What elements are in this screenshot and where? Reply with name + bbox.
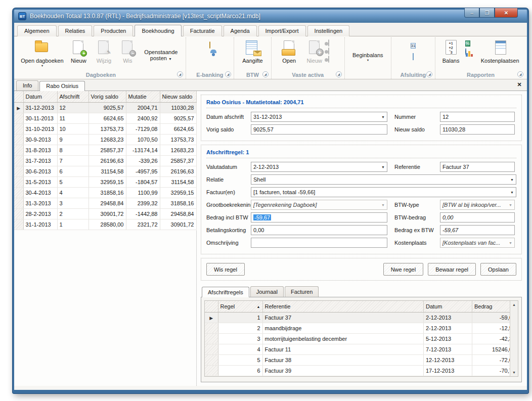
tab-info[interactable]: Info xyxy=(16,80,38,91)
ribbon-tab-agenda[interactable]: Agenda xyxy=(224,25,257,36)
dialog-launcher-icon[interactable]: ◢ xyxy=(225,71,231,77)
maximize-button[interactable]: ❐ xyxy=(479,8,495,18)
section-title: Afschriftregel: 1 xyxy=(206,148,516,158)
vaste-activa-open-button[interactable]: Open xyxy=(277,38,302,64)
column-header-vorig-saldo[interactable]: Vorig saldo xyxy=(88,91,126,102)
cell: 30-4-2013 xyxy=(23,187,57,198)
asset-small-button-3[interactable] xyxy=(327,55,339,63)
nwe-regel-button[interactable]: Nwe regel xyxy=(383,263,424,276)
bewaar-regel-button[interactable]: Bewaar regel xyxy=(428,263,476,276)
chevron-down-icon: ▼ xyxy=(508,191,514,194)
statement-row[interactable]: 30-4-2013431858,161100,9932959,15 xyxy=(14,187,196,198)
close-button[interactable]: ✕ xyxy=(495,8,518,18)
afsluiting-calendar-button[interactable]: 31 xyxy=(410,41,417,50)
ribbon-tab-relaties[interactable]: Relaties xyxy=(58,25,93,36)
nieuw-saldo-field[interactable]: 11030,28 xyxy=(440,124,515,135)
nummer-field[interactable]: 12 xyxy=(440,112,515,122)
line-row[interactable]: 5Factuur 3812-12-2013-72,00 xyxy=(205,354,518,365)
btw-type-combobox[interactable]: [BTW al bij inkoop/ver...▼ xyxy=(440,200,515,210)
tab-journaal[interactable]: Journaal xyxy=(250,286,284,297)
relatie-combobox[interactable]: Shell▼ xyxy=(251,174,516,185)
tab-facturen[interactable]: Facturen xyxy=(285,286,319,297)
datum-afschrift-combobox[interactable]: 31-12-2013▼ xyxy=(251,112,387,122)
wis-regel-button[interactable]: Wis regel xyxy=(206,263,245,276)
openstaande-posten-button[interactable]: Openstaande posten ▼ xyxy=(139,38,183,61)
statement-row[interactable]: 28-2-2013230901,72-1442,8829458,84 xyxy=(14,208,196,219)
ebanking-ledger-button[interactable] xyxy=(208,41,211,49)
facturen-combobox[interactable]: [1 facturen, totaal -59,66]▼ xyxy=(251,187,516,197)
vaste-activa-nieuw-button[interactable]: + Nieuw xyxy=(302,38,327,64)
aangifte-button[interactable]: Aangifte xyxy=(237,38,268,64)
dialog-launcher-icon[interactable]: ◢ xyxy=(177,71,183,77)
ribbon-tab-facturatie[interactable]: Facturatie xyxy=(183,25,222,36)
asset-small-button-2[interactable] xyxy=(327,47,339,55)
wijzig-button[interactable]: ✎ Wijzig xyxy=(92,38,116,64)
kostenplaatsen-button[interactable]: Kostenplaatsen xyxy=(476,38,524,64)
row-selector xyxy=(14,176,23,187)
statement-row[interactable]: 31-1-2013128580,002321,7230901,72 xyxy=(14,219,196,230)
report-percent-button[interactable]: % xyxy=(464,39,476,48)
column-header-datum[interactable]: Datum xyxy=(23,91,57,102)
kostenplaats-combobox[interactable]: [Kostenplaats van fac...▼ xyxy=(440,238,515,248)
close-tab-icon[interactable]: ✕ xyxy=(516,81,523,88)
valutadatum-combobox[interactable]: 2-12-2013▼ xyxy=(251,162,387,172)
statement-row[interactable]: 31-8-2013825857,37-13174,1412683,23 xyxy=(14,145,196,155)
vorig-saldo-field[interactable]: 9025,57 xyxy=(251,124,387,135)
chevron-down-icon: ▼ xyxy=(379,203,385,207)
line-row[interactable]: 3motorrijtuigenbelasting december5-12-20… xyxy=(205,333,518,344)
cell: 10 xyxy=(57,123,88,134)
column-header-datum[interactable]: Datum xyxy=(424,301,472,312)
asset-small-button-1[interactable] xyxy=(327,39,339,47)
column-header-afschrift[interactable]: Afschrift xyxy=(57,91,88,102)
line-row[interactable]: ▶1Factuur 372-12-2013-59,67 xyxy=(205,312,518,323)
scroll-down-icon[interactable]: ▼ xyxy=(512,369,516,376)
statement-row[interactable]: ▶31-12-2013129025,572004,7111030,28 xyxy=(14,102,196,113)
statement-row[interactable]: 30-11-2013116624,652400,929025,57 xyxy=(14,113,196,123)
bedrag-incl-btw-field[interactable]: -59,67 xyxy=(251,212,387,222)
bedrag-ex-btw-field[interactable]: -59,67 xyxy=(440,225,515,235)
column-header-mutatie[interactable]: Mutatie xyxy=(126,91,160,102)
line-row[interactable]: 2maandbijdrage2-12-2013-12,50 xyxy=(205,323,518,333)
ribbon-tab-import-export[interactable]: Import/Export xyxy=(258,25,306,36)
statement-row[interactable]: 31-3-2013329458,842399,3231858,16 xyxy=(14,198,196,208)
column-header-regel[interactable]: Regel ▲ xyxy=(218,301,262,312)
afsluiting-columns-button[interactable] xyxy=(412,53,415,61)
betalingskorting-field[interactable]: 0,00 xyxy=(251,225,387,235)
ribbon-tab-algemeen[interactable]: Algemeen xyxy=(17,25,57,36)
grootboekrekening-combobox[interactable]: [Tegenrekening Dagboek]▼ xyxy=(251,200,387,210)
dialog-launcher-icon[interactable]: ◢ xyxy=(426,71,432,77)
statement-row[interactable]: 30-6-2013631154,58-4957,9526196,63 xyxy=(14,166,196,176)
nieuw-button[interactable]: + Nieuw xyxy=(65,38,92,64)
ebanking-person-button[interactable] xyxy=(209,52,211,54)
referentie-field[interactable]: Factuur 37 xyxy=(440,162,515,172)
report-chart-button[interactable] xyxy=(464,56,476,58)
balans-button[interactable]: +1+2‾3 Balans xyxy=(438,38,464,64)
line-row[interactable]: 4Factuur 117-12-201315246,00 xyxy=(205,344,518,354)
tab-rabo-osirius[interactable]: Rabo Osirius xyxy=(39,81,85,91)
column-header-nieuw-saldo[interactable]: Nieuw saldo xyxy=(160,91,196,102)
dialog-launcher-icon[interactable]: ◢ xyxy=(336,71,342,77)
open-dagboeken-button[interactable]: Open dagboeken ▼ xyxy=(19,38,65,68)
btw-bedrag-field[interactable]: 0,00 xyxy=(440,212,515,222)
opslaan-button[interactable]: Opslaan xyxy=(480,263,516,276)
wis-button[interactable]: – Wis xyxy=(116,38,139,64)
statement-row[interactable]: 31-7-2013726196,63-339,2625857,37 xyxy=(14,155,196,166)
minimize-button[interactable]: – xyxy=(464,8,479,18)
beginbalans-button[interactable]: Beginbalans ▼ xyxy=(346,38,389,62)
column-header-referentie[interactable]: Referentie xyxy=(262,301,424,312)
vertical-scrollbar[interactable]: ▲ ▼ xyxy=(510,301,518,376)
statement-row[interactable]: 31-10-20131013753,73-7129,086624,65 xyxy=(14,123,196,134)
ribbon-tab-producten[interactable]: Producten xyxy=(94,25,133,36)
line-row[interactable]: 6Factuur 3917-12-2013-70,78 xyxy=(205,365,518,376)
ribbon-tab-instellingen[interactable]: Instellingen xyxy=(307,25,350,36)
dialog-launcher-icon[interactable]: ◢ xyxy=(262,71,269,77)
cell: Factuur 37 xyxy=(262,312,424,323)
scroll-up-icon[interactable]: ▲ xyxy=(512,301,516,308)
tab-afschriftregels[interactable]: Afschriftregels xyxy=(202,287,249,297)
asset-doc-icon xyxy=(328,39,329,47)
statement-row[interactable]: 31-5-2013532959,15-1804,5731154,58 xyxy=(14,176,196,187)
statement-row[interactable]: 30-9-2013912683,231070,5013753,73 xyxy=(14,134,196,145)
ribbon-tab-boekhouding[interactable]: Boekhouding xyxy=(135,25,181,36)
omschrijving-field[interactable] xyxy=(251,238,387,248)
dialog-launcher-icon[interactable]: ◢ xyxy=(517,71,523,77)
